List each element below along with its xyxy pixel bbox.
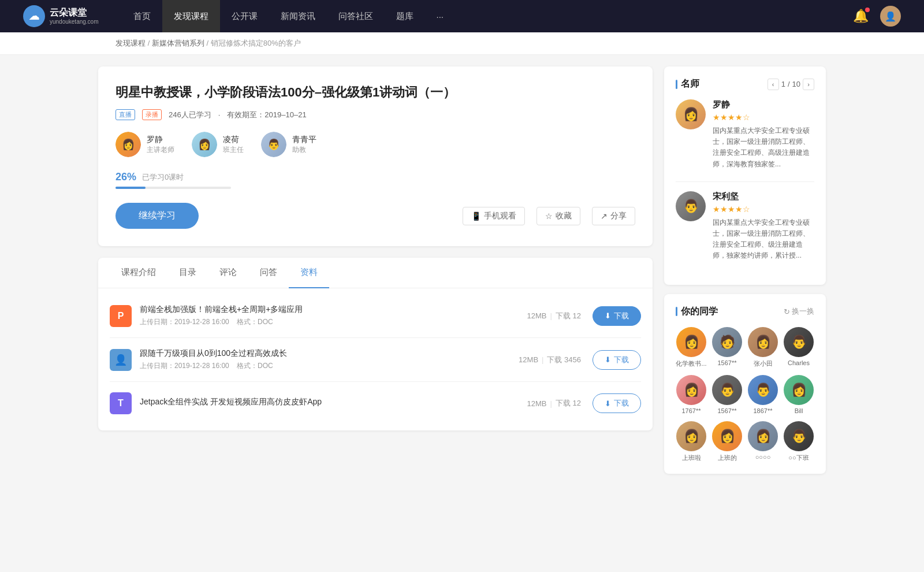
collect-button[interactable]: ☆ 收藏 bbox=[536, 207, 580, 225]
tab-catalog[interactable]: 目录 bbox=[167, 258, 208, 288]
classmate-name-2: 1567** bbox=[717, 359, 736, 366]
action-buttons: 📱 手机观看 ☆ 收藏 ↗ 分享 bbox=[463, 207, 635, 225]
download-button-3[interactable]: ⬇ 下载 bbox=[593, 393, 641, 413]
classmate-avatar-10[interactable]: 👩 bbox=[712, 421, 742, 451]
download-button-1[interactable]: ⬇ 下载 bbox=[593, 306, 641, 326]
logo[interactable]: ☁ 云朵课堂 yundouketang.com bbox=[23, 5, 99, 27]
course-actions: 继续学习 📱 手机观看 ☆ 收藏 ↗ 分享 bbox=[116, 203, 635, 229]
download-icon-2: ⬇ bbox=[605, 355, 611, 364]
classmate-item-7: 👨 1867** bbox=[747, 375, 778, 414]
continue-button[interactable]: 继续学习 bbox=[116, 203, 199, 229]
resource-list: P 前端全栈加强版！前端全栈+全周期+多端应用 上传日期：2019-12-28 … bbox=[98, 288, 653, 430]
logo-text: 云朵课堂 yundouketang.com bbox=[50, 7, 99, 25]
tab-resource[interactable]: 资料 bbox=[289, 258, 329, 288]
classmate-avatar-12[interactable]: 👨 bbox=[784, 421, 814, 451]
teacher-name-2: 凌荷 bbox=[223, 135, 244, 145]
teachers: 👩 罗静 主讲老师 👩 凌荷 班主任 bbox=[116, 132, 635, 157]
classmate-avatar-3[interactable]: 👩 bbox=[748, 327, 778, 357]
resource-icon-2: 👤 bbox=[110, 349, 132, 371]
nav-item-open[interactable]: 公开课 bbox=[220, 0, 269, 32]
badge-record: 录播 bbox=[142, 109, 162, 120]
user-avatar[interactable]: 👤 bbox=[880, 6, 901, 27]
resource-title-1: 前端全栈加强版！前端全栈+全周期+多端应用 bbox=[140, 304, 527, 315]
sidebar-teacher-info-1: 罗静 ★★★★☆ 国内某重点大学安全工程专业硕士，国家一级注册消防工程师、注册安… bbox=[713, 99, 814, 170]
breadcrumb-current: 销冠修炼术搞定80%的客户 bbox=[211, 39, 301, 47]
classmate-avatar-2[interactable]: 🧑 bbox=[712, 327, 742, 357]
sidebar-teachers-title-row: 名师 ‹ 1 / 10 › bbox=[676, 78, 814, 90]
navbar: ☁ 云朵课堂 yundouketang.com 首页 发现课程 公开课 新闻资讯… bbox=[0, 0, 924, 32]
logo-icon: ☁ bbox=[23, 5, 45, 27]
tab-qa[interactable]: 问答 bbox=[248, 258, 289, 288]
mobile-watch-button[interactable]: 📱 手机观看 bbox=[463, 207, 525, 225]
classmate-avatar-6[interactable]: 👨 bbox=[712, 375, 742, 405]
sidebar-teacher-info-2: 宋利坚 ★★★★☆ 国内某重点大学安全工程专业硕士，国家一级注册消防工程师、注册… bbox=[713, 191, 814, 262]
breadcrumb-series[interactable]: 新媒体营销系列 bbox=[152, 39, 204, 47]
classmate-item-12: 👨 ○○下班 bbox=[783, 421, 814, 462]
classmate-item-11: 👩 ○○○○ bbox=[747, 421, 778, 462]
classmate-avatar-5[interactable]: 👩 bbox=[676, 375, 706, 405]
notification-dot bbox=[865, 8, 870, 12]
teachers-pagination: ‹ 1 / 10 › bbox=[767, 79, 814, 90]
sidebar-teacher-2: 👨 宋利坚 ★★★★☆ 国内某重点大学安全工程专业硕士，国家一级注册消防工程师、… bbox=[676, 191, 814, 262]
classmate-avatar-1[interactable]: 👩 bbox=[676, 327, 706, 357]
progress-bar-fill bbox=[116, 187, 146, 189]
teacher-role-3: 助教 bbox=[292, 145, 316, 155]
breadcrumb-discover[interactable]: 发现课程 bbox=[116, 39, 146, 47]
resource-item-3: T Jetpack全组件实战 开发短视频应用高仿皮皮虾App 12MB | 下载… bbox=[110, 382, 641, 425]
sidebar-teacher-stars-1: ★★★★☆ bbox=[713, 113, 814, 122]
resource-item-2: 👤 跟随千万级项目从0到100全过程高效成长 上传日期：2019-12-28 1… bbox=[110, 338, 641, 382]
sidebar-teacher-stars-2: ★★★★☆ bbox=[713, 205, 814, 214]
refresh-button[interactable]: ↻ 换一换 bbox=[784, 306, 814, 317]
teacher-item-2: 👩 凌荷 班主任 bbox=[192, 132, 244, 157]
tab-intro[interactable]: 课程介绍 bbox=[110, 258, 167, 288]
teacher-avatar-3: 👨 bbox=[261, 132, 286, 157]
classmate-avatar-7[interactable]: 👨 bbox=[748, 375, 778, 405]
nav-item-news[interactable]: 新闻资讯 bbox=[269, 0, 327, 32]
download-button-2[interactable]: ⬇ 下载 bbox=[593, 350, 641, 370]
resource-title-2: 跟随千万级项目从0到100全过程高效成长 bbox=[140, 348, 519, 359]
sidebar-classmates-card: 你的同学 ↻ 换一换 👩 化学教书... 🧑 1567** 👩 张小田 bbox=[664, 294, 826, 474]
classmate-name-3: 张小田 bbox=[754, 359, 773, 368]
sidebar-teacher-name-2: 宋利坚 bbox=[713, 191, 814, 202]
classmate-item-1: 👩 化学教书... bbox=[676, 327, 707, 368]
classmate-item-8: 👩 Bill bbox=[783, 375, 814, 414]
nav-item-more[interactable]: ··· bbox=[425, 0, 456, 32]
classmate-avatar-4[interactable]: 👨 bbox=[784, 327, 814, 357]
sidebar-teacher-name-1: 罗静 bbox=[713, 99, 814, 110]
resource-info-2: 跟随千万级项目从0到100全过程高效成长 上传日期：2019-12-28 16:… bbox=[140, 348, 519, 371]
nav-item-discover[interactable]: 发现课程 bbox=[162, 0, 220, 32]
teachers-next-btn[interactable]: › bbox=[803, 79, 814, 90]
classmate-avatar-9[interactable]: 👩 bbox=[676, 421, 706, 451]
classmate-name-5: 1767** bbox=[681, 407, 701, 414]
teachers-page-total: 10 bbox=[792, 80, 800, 88]
resource-info-3: Jetpack全组件实战 开发短视频应用高仿皮皮虾App bbox=[140, 397, 527, 410]
share-button[interactable]: ↗ 分享 bbox=[592, 207, 635, 225]
sidebar-teacher-1: 👩 罗静 ★★★★☆ 国内某重点大学安全工程专业硕士，国家一级注册消防工程师、注… bbox=[676, 99, 814, 170]
classmate-name-9: 上班啦 bbox=[682, 454, 701, 462]
teachers-prev-btn[interactable]: ‹ bbox=[767, 79, 779, 90]
classmate-name-8: Bill bbox=[795, 407, 803, 414]
mobile-icon: 📱 bbox=[471, 211, 481, 221]
resource-meta-2: 上传日期：2019-12-28 16:00 格式：DOC bbox=[140, 361, 519, 371]
progress-label: 已学习0课时 bbox=[142, 172, 184, 183]
nav-item-home[interactable]: 首页 bbox=[122, 0, 162, 32]
classmate-item-2: 🧑 1567** bbox=[711, 327, 743, 368]
nav-item-qa[interactable]: 问答社区 bbox=[327, 0, 385, 32]
teacher-name-3: 青青平 bbox=[292, 135, 316, 145]
notification-bell[interactable]: 🔔 bbox=[853, 9, 869, 24]
resource-stats-2: 12MB | 下载 3456 bbox=[519, 355, 581, 365]
valid-until: 有效期至：2019–10–21 bbox=[227, 110, 306, 120]
sidebar-teacher-desc-1: 国内某重点大学安全工程专业硕士，国家一级注册消防工程师、注册安全工程师、高级注册… bbox=[713, 125, 814, 170]
teacher-item-1: 👩 罗静 主讲老师 bbox=[116, 132, 174, 157]
classmate-avatar-8[interactable]: 👩 bbox=[784, 375, 814, 405]
resource-stats-3: 12MB | 下载 12 bbox=[527, 398, 581, 408]
teacher-item-3: 👨 青青平 助教 bbox=[261, 132, 316, 157]
teacher-role-1: 主讲老师 bbox=[147, 145, 174, 155]
resource-item: P 前端全栈加强版！前端全栈+全周期+多端应用 上传日期：2019-12-28 … bbox=[110, 294, 641, 338]
classmates-title-row: 你的同学 ↻ 换一换 bbox=[676, 306, 814, 318]
classmate-item-4: 👨 Charles bbox=[783, 327, 814, 368]
tab-review[interactable]: 评论 bbox=[208, 258, 248, 288]
sidebar-teacher-desc-2: 国内某重点大学安全工程专业硕士，国家一级注册消防工程师、注册安全工程师、级注册建… bbox=[713, 217, 814, 262]
nav-item-quiz[interactable]: 题库 bbox=[385, 0, 425, 32]
classmate-avatar-11[interactable]: 👩 bbox=[748, 421, 778, 451]
